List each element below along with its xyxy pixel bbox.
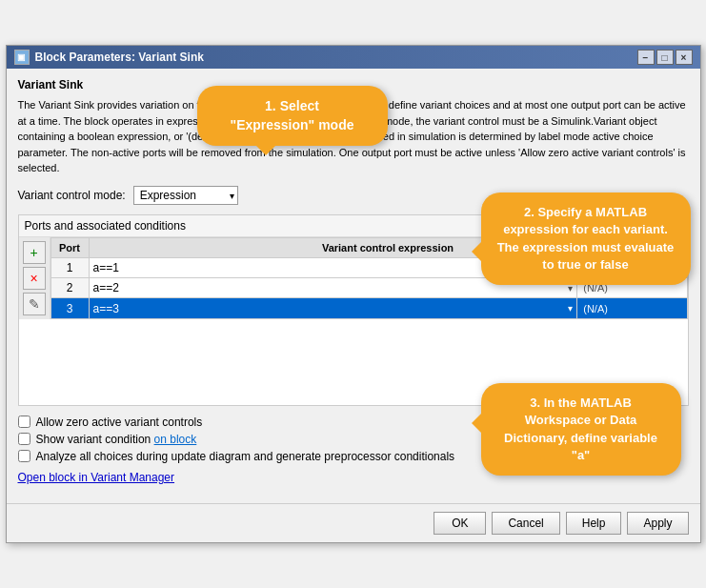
show-variant-checkbox[interactable]: [18, 433, 30, 445]
port-column-header: Port: [50, 237, 89, 257]
section-title: Variant Sink: [18, 78, 689, 91]
dialog-title: Block Parameters: Variant Sink: [35, 51, 204, 64]
apply-button[interactable]: Apply: [627, 512, 688, 535]
table-toolbar: + × ✎: [19, 237, 50, 319]
table-row: 2 ▾ (N/A): [50, 278, 687, 298]
variant-control-dropdown-wrapper: ExpressionLabel ▾: [133, 186, 238, 205]
port-1-status: (N/A): [577, 257, 687, 277]
port-3-status: (N/A): [577, 298, 687, 318]
port-2-expr-wrapper: ▾: [90, 278, 577, 297]
title-bar-buttons: − □ ×: [637, 50, 693, 65]
port-1-num: 1: [50, 257, 89, 277]
ok-button[interactable]: OK: [434, 512, 486, 535]
analyze-all-checkbox[interactable]: [18, 450, 30, 462]
close-button[interactable]: ×: [676, 50, 693, 65]
maximize-button[interactable]: □: [656, 50, 674, 65]
expression-column-header: Variant control expression: [89, 237, 687, 257]
table-row-selected[interactable]: 3 ▾ (N/A): [50, 298, 687, 318]
main-dialog: ▣ Block Parameters: Variant Sink − □ × V…: [6, 45, 701, 543]
checkbox-row-2: Show variant condition on block: [18, 433, 689, 446]
title-bar: ▣ Block Parameters: Variant Sink − □ ×: [7, 46, 700, 69]
analyze-all-label: Analyze all choices during update diagra…: [36, 450, 455, 463]
port-2-expr-dropdown-button[interactable]: ▾: [564, 283, 576, 294]
link-row: Open block in Variant Manager: [18, 471, 689, 484]
port-3-expr-cell: ▾: [89, 298, 577, 318]
dialog-body: Variant Sink The Variant Sink provides v…: [7, 69, 700, 503]
ports-section: Ports and associated conditions + × ✎ Po…: [18, 214, 689, 406]
table-row: 1 ▾ (N/A): [50, 257, 687, 277]
port-2-expr-cell: ▾: [89, 278, 577, 298]
on-block-highlight: on block: [154, 433, 197, 446]
port-3-expr-wrapper: ▾: [90, 299, 577, 318]
variant-control-label: Variant control mode:: [18, 189, 126, 202]
edit-row-button[interactable]: ✎: [23, 293, 46, 315]
ports-table-area: + × ✎ Port Variant control expression 1: [19, 237, 688, 319]
port-2-num: 2: [50, 278, 89, 298]
port-1-expr-cell: ▾: [89, 257, 577, 277]
minimize-button[interactable]: −: [637, 50, 655, 65]
table-header-row: Port Variant control expression: [50, 237, 687, 257]
port-2-expr-input[interactable]: [90, 278, 565, 297]
open-variant-manager-link[interactable]: Open block in Variant Manager: [18, 471, 175, 484]
checkboxes-area: Allow zero active variant controls Show …: [18, 416, 689, 463]
port-3-num: 3: [50, 298, 89, 318]
checkbox-row-1: Allow zero active variant controls: [18, 416, 689, 429]
variant-control-row: Variant control mode: ExpressionLabel ▾: [18, 186, 689, 205]
ports-table: Port Variant control expression 1 ▾: [50, 237, 688, 319]
dialog-icon: ▣: [14, 50, 30, 65]
title-bar-left: ▣ Block Parameters: Variant Sink: [14, 50, 204, 65]
port-2-status: (N/A): [577, 278, 687, 298]
remove-row-button[interactable]: ×: [23, 267, 46, 290]
variant-control-dropdown[interactable]: ExpressionLabel: [133, 186, 238, 205]
port-1-expr-dropdown-button[interactable]: ▾: [564, 262, 576, 273]
port-3-expr-input[interactable]: [90, 299, 565, 318]
port-3-expr-dropdown-button[interactable]: ▾: [564, 303, 576, 314]
help-button[interactable]: Help: [566, 512, 622, 535]
cancel-button[interactable]: Cancel: [492, 512, 559, 535]
port-1-expr-wrapper: ▾: [90, 258, 577, 277]
add-row-button[interactable]: +: [23, 241, 46, 264]
ports-section-title: Ports and associated conditions: [19, 215, 688, 237]
allow-zero-label: Allow zero active variant controls: [36, 416, 203, 429]
description-text: The Variant Sink provides variation on t…: [18, 97, 689, 176]
table-body: 1 ▾ (N/A) 2: [50, 257, 687, 318]
checkbox-row-3: Analyze all choices during update diagra…: [18, 450, 689, 463]
port-1-expr-input[interactable]: [90, 258, 565, 277]
allow-zero-checkbox[interactable]: [18, 416, 30, 428]
footer-buttons: OK Cancel Help Apply: [7, 503, 700, 542]
empty-table-area: [19, 319, 688, 405]
show-variant-label: Show variant condition on block: [36, 433, 197, 446]
